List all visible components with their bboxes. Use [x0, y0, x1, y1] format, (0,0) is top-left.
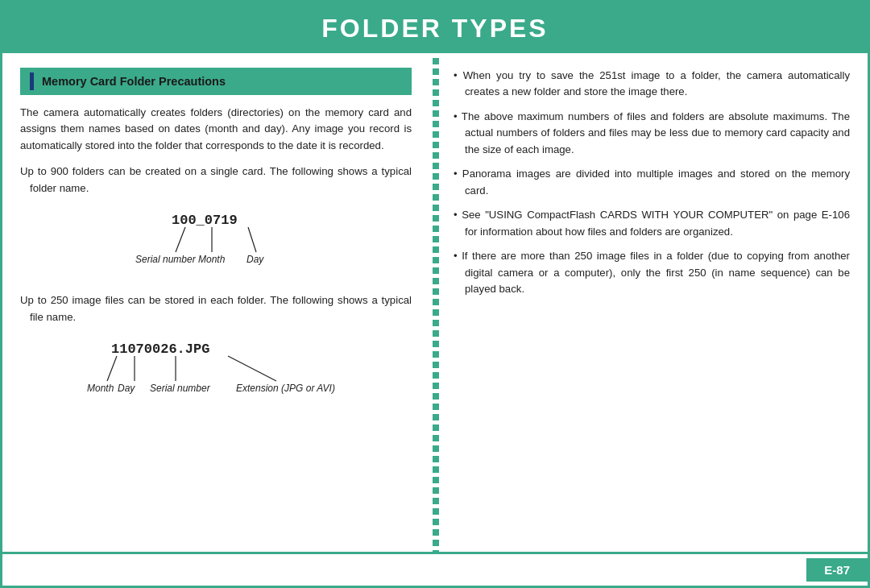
dot-3 — [433, 79, 439, 85]
page-wrapper: FOLDER TYPES Memory Card Folder Precauti… — [0, 0, 870, 588]
list-item: If there are more than 250 image files i… — [454, 248, 850, 297]
dot-47 — [433, 540, 439, 546]
right-col-inner: When you try to save the 251st image to … — [454, 68, 850, 297]
page-title: FOLDER TYPES — [2, 14, 868, 43]
right-bullets-list: When you try to save the 251st image to … — [454, 68, 850, 297]
dot-36 — [433, 424, 439, 431]
dot-28 — [433, 341, 439, 347]
dot-17 — [433, 226, 439, 232]
dot-37 — [433, 435, 439, 441]
folder-name-diagram: 100_0719 Serial number Month Day — [20, 208, 412, 276]
dot-6 — [433, 110, 439, 117]
file-day-label: Day — [118, 383, 135, 394]
file-extension-label: Extension (JPG or AVI) — [236, 383, 335, 394]
page-header: FOLDER TYPES — [2, 2, 868, 53]
dot-31 — [433, 372, 439, 379]
list-item: Panorama images are divided into multipl… — [454, 166, 850, 199]
dot-4 — [433, 89, 439, 96]
dot-18 — [433, 236, 439, 242]
svg-line-2 — [248, 227, 256, 252]
dot-32 — [433, 383, 439, 389]
dot-25 — [433, 309, 439, 316]
list-item: The above maximum numbers of files and f… — [454, 109, 850, 158]
dot-46 — [433, 529, 439, 536]
right-column: When you try to save the 251st image to … — [429, 53, 868, 552]
dot-44 — [433, 508, 439, 515]
page-footer: E-87 — [2, 552, 868, 586]
file-serial-label: Serial number — [150, 383, 211, 394]
dot-7 — [433, 121, 439, 127]
dot-16 — [433, 215, 439, 222]
dot-15 — [433, 205, 439, 211]
dot-2 — [433, 68, 439, 75]
dot-22 — [433, 278, 439, 284]
list-item: When you try to save the 251st image to … — [454, 68, 850, 101]
dot-24 — [433, 299, 439, 305]
dot-10 — [433, 152, 439, 159]
dot-1 — [433, 58, 439, 64]
dotted-divider — [429, 53, 442, 503]
file-name-text: 11070026.JPG — [111, 342, 209, 357]
content-area: Memory Card Folder Precautions The camer… — [2, 53, 868, 552]
dot-29 — [433, 351, 439, 358]
file-name-diagram: 11070026.JPG Month Day Serial number Ext… — [20, 337, 412, 413]
section-title-bar: Memory Card Folder Precautions — [20, 68, 412, 95]
page-number-badge: E-87 — [806, 558, 868, 582]
dot-8 — [433, 131, 439, 138]
dot-5 — [433, 100, 439, 106]
blue-accent-bar — [30, 72, 34, 90]
dot-30 — [433, 362, 439, 368]
dot-27 — [433, 330, 439, 337]
dot-45 — [433, 519, 439, 525]
section-title: Memory Card Folder Precautions — [42, 75, 226, 88]
dot-13 — [433, 184, 439, 190]
bullet-paragraph-1: Up to 900 folders can be created on a si… — [20, 164, 412, 197]
dot-39 — [433, 456, 439, 462]
dot-43 — [433, 498, 439, 504]
intro-paragraph: The camera automatically creates folders… — [20, 105, 412, 154]
folder-diagram-svg: 100_0719 Serial number Month Day — [127, 208, 304, 276]
file-diagram-svg: 11070026.JPG Month Day Serial number Ext… — [87, 337, 345, 413]
folder-name-text: 100_0719 — [172, 213, 238, 228]
dot-9 — [433, 142, 439, 148]
dot-21 — [433, 267, 439, 274]
svg-line-0 — [176, 227, 185, 252]
list-item: See "USING CompactFlash CARDS WITH YOUR … — [454, 207, 850, 240]
dot-26 — [433, 320, 439, 326]
dot-14 — [433, 194, 439, 201]
dot-40 — [433, 466, 439, 473]
bullet-paragraph-2: Up to 250 image files can be stored in e… — [20, 292, 412, 325]
left-column: Memory Card Folder Precautions The camer… — [2, 53, 429, 552]
dot-38 — [433, 445, 439, 452]
svg-line-6 — [228, 356, 276, 381]
dot-42 — [433, 487, 439, 494]
dot-33 — [433, 393, 439, 400]
dot-23 — [433, 288, 439, 295]
dot-11 — [433, 163, 439, 169]
svg-line-3 — [107, 356, 117, 381]
dot-19 — [433, 246, 439, 253]
file-month-label: Month — [87, 383, 114, 394]
month-label: Month — [198, 254, 226, 265]
dot-20 — [433, 257, 439, 263]
serial-label: Serial number — [135, 254, 197, 265]
dot-12 — [433, 173, 439, 180]
dot-41 — [433, 477, 439, 483]
dot-35 — [433, 414, 439, 420]
dot-34 — [433, 404, 439, 410]
day-label: Day — [246, 254, 264, 265]
